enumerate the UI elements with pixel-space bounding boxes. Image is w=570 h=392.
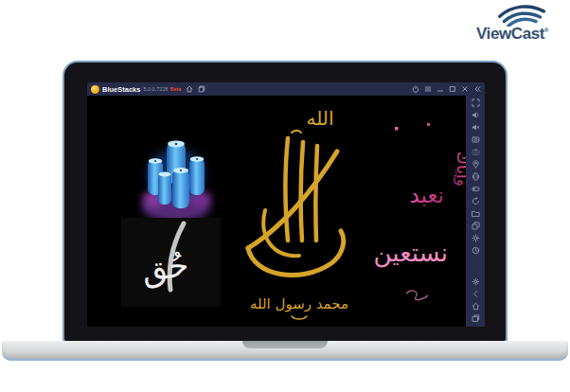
svg-text:وإياك: وإياك bbox=[454, 151, 466, 187]
app-title: BlueStacks bbox=[102, 85, 140, 94]
minimize-icon[interactable] bbox=[436, 85, 444, 93]
artwork-gold-calligraphy[interactable]: الله محمد رسول الله bbox=[225, 97, 374, 323]
bluestacks-window: BlueStacks 5.0.0.7228 Beta bbox=[87, 82, 485, 327]
maximize-icon[interactable] bbox=[449, 85, 456, 93]
registered-mark: ® bbox=[544, 27, 548, 33]
titlebar-left-icons bbox=[186, 85, 205, 93]
multi-instance-icon[interactable] bbox=[472, 222, 480, 230]
more-settings-icon[interactable] bbox=[472, 277, 480, 286]
screenshot-icon[interactable] bbox=[472, 135, 480, 144]
home-icon[interactable] bbox=[186, 85, 193, 93]
close-icon[interactable] bbox=[461, 85, 469, 93]
artwork-pink-calligraphy[interactable]: وإياك نعبد نستعين bbox=[372, 108, 466, 316]
laptop-base bbox=[2, 341, 568, 361]
volume-icon[interactable] bbox=[472, 111, 480, 119]
svg-text:الله: الله bbox=[307, 107, 334, 130]
folder-icon[interactable] bbox=[472, 209, 480, 218]
titlebar-right-icons bbox=[412, 85, 481, 93]
menu-icon[interactable] bbox=[424, 85, 432, 93]
recent-apps-icon[interactable] bbox=[472, 314, 480, 323]
history-icon[interactable] bbox=[472, 246, 480, 255]
collapse-icon[interactable] bbox=[473, 85, 481, 93]
shake-icon[interactable] bbox=[472, 172, 480, 181]
app-version: 5.0.0.7228 bbox=[143, 86, 168, 92]
svg-text:نستعين: نستعين bbox=[374, 239, 448, 268]
rotate-icon[interactable] bbox=[472, 197, 480, 205]
camera-icon[interactable] bbox=[472, 148, 480, 156]
viewcast-logo: ViewCast® bbox=[464, 2, 561, 45]
titlebar[interactable]: BlueStacks 5.0.0.7228 Beta bbox=[87, 82, 485, 96]
viewcast-wordmark: ViewCast® bbox=[464, 25, 561, 44]
bluestacks-logo-icon bbox=[91, 85, 99, 94]
svg-text:نعبد: نعبد bbox=[409, 183, 444, 207]
content-area: حُق الله bbox=[87, 96, 466, 327]
mute-icon[interactable] bbox=[472, 123, 480, 132]
laptop-screen: BlueStacks 5.0.0.7228 Beta bbox=[64, 62, 506, 341]
home-icon[interactable] bbox=[472, 302, 480, 311]
svg-text:حُق: حُق bbox=[139, 245, 191, 290]
location-icon[interactable] bbox=[472, 160, 480, 169]
swoosh-icon bbox=[464, 2, 559, 27]
gamepad-icon[interactable] bbox=[472, 185, 480, 193]
artwork-candles[interactable] bbox=[133, 127, 220, 229]
svg-text:محمد رسول الله: محمد رسول الله bbox=[250, 295, 348, 312]
page: ViewCast® BlueStacks 5.0.0.7228 Beta bbox=[0, 0, 570, 392]
sidebar bbox=[466, 96, 485, 327]
tabs-icon[interactable] bbox=[198, 85, 205, 93]
settings-icon[interactable] bbox=[472, 234, 480, 242]
back-icon[interactable] bbox=[472, 290, 480, 298]
boost-icon[interactable] bbox=[412, 85, 419, 93]
artwork-silver-calligraphy[interactable]: حُق bbox=[121, 218, 221, 307]
fullscreen-icon[interactable] bbox=[472, 98, 480, 107]
trackpad-notch bbox=[242, 341, 328, 348]
beta-badge: Beta bbox=[169, 86, 181, 92]
